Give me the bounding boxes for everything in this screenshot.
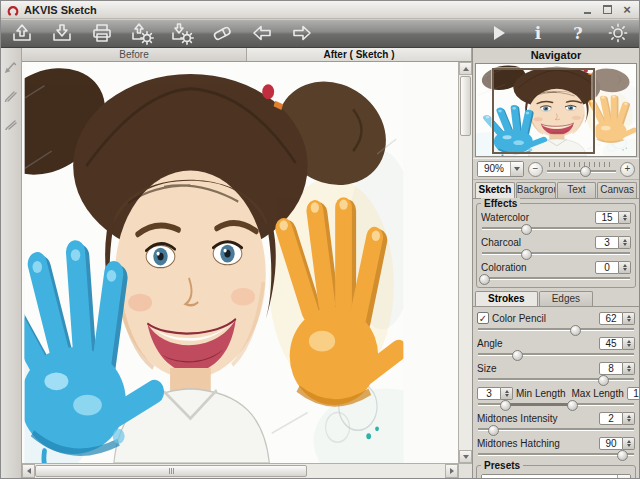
angle-spin-buttons[interactable] — [623, 337, 635, 350]
redo-icon[interactable] — [289, 21, 315, 45]
zoom-out-button[interactable]: − — [528, 162, 543, 177]
watercolor-slider[interactable] — [481, 224, 631, 233]
coloration-slider-thumb[interactable] — [479, 274, 490, 285]
angle-slider-thumb[interactable] — [512, 350, 523, 361]
zoom-in-button[interactable]: + — [620, 162, 635, 177]
vertical-scroll-thumb[interactable] — [460, 76, 471, 136]
min-length-value[interactable]: 3 — [477, 387, 501, 400]
open-image-icon[interactable] — [9, 21, 35, 45]
stroke-length-control: 3 Min Length Max Length 12 — [477, 386, 635, 409]
horizontal-scrollbar[interactable] — [22, 464, 458, 478]
tab-canvas[interactable]: Canvas — [597, 182, 637, 198]
scroll-left-button[interactable] — [22, 464, 35, 478]
size-slider-thumb[interactable] — [598, 375, 609, 386]
scroll-down-button[interactable] — [459, 450, 472, 463]
charcoal-spinner[interactable]: 3 — [595, 236, 631, 249]
tab-strokes[interactable]: Strokes — [475, 291, 538, 306]
min-length-slider-thumb[interactable] — [500, 400, 511, 411]
info-icon[interactable]: i — [525, 21, 551, 45]
tab-after[interactable]: After ( Sketch ) — [247, 48, 472, 61]
horizontal-scroll-thumb[interactable] — [35, 465, 307, 477]
vertical-scrollbar[interactable] — [458, 62, 472, 463]
size-spin-buttons[interactable] — [623, 362, 635, 375]
minimize-button[interactable] — [581, 4, 593, 16]
midtones-hatching-slider[interactable] — [477, 450, 635, 459]
watercolor-value[interactable]: 15 — [595, 211, 619, 224]
charcoal-slider-thumb[interactable] — [521, 249, 532, 260]
close-button[interactable] — [621, 4, 633, 16]
coloration-slider[interactable] — [481, 274, 631, 283]
tab-before[interactable]: Before — [22, 48, 247, 61]
angle-value[interactable]: 45 — [599, 337, 623, 350]
maximize-button[interactable] — [601, 4, 613, 16]
tab-background[interactable]: Background — [516, 182, 556, 198]
angle-spinner[interactable]: 45 — [599, 337, 635, 350]
max-length-spinner[interactable]: 12 — [627, 387, 640, 400]
zoom-dropdown-button[interactable] — [510, 162, 523, 176]
watercolor-spin-buttons[interactable] — [619, 211, 631, 224]
angle-slider[interactable] — [477, 350, 635, 359]
scroll-right-button[interactable] — [445, 464, 458, 478]
zoom-slider-thumb[interactable] — [580, 166, 591, 177]
max-length-value[interactable]: 12 — [627, 387, 640, 400]
midtones-hatching-spinner[interactable]: 90 — [599, 437, 635, 450]
export-presets-icon[interactable] — [169, 21, 195, 45]
size-spinner[interactable]: 8 — [599, 362, 635, 375]
coloration-spin-buttons[interactable] — [619, 261, 631, 274]
title-bar[interactable]: AKVIS Sketch — [1, 1, 639, 19]
length-range-slider[interactable] — [477, 400, 635, 409]
run-icon[interactable] — [485, 21, 511, 45]
color-pencil-spin-buttons[interactable] — [623, 312, 635, 325]
print-icon[interactable] — [89, 21, 115, 45]
charcoal-slider[interactable] — [481, 249, 631, 258]
color-pencil-slider-thumb[interactable] — [570, 325, 581, 336]
pencil-tool-icon[interactable] — [4, 88, 18, 102]
zoom-value[interactable]: 90% — [478, 162, 510, 176]
watercolor-spinner[interactable]: 15 — [595, 211, 631, 224]
charcoal-value[interactable]: 3 — [595, 236, 619, 249]
eraser-tool-icon[interactable] — [4, 116, 18, 130]
import-presets-icon[interactable] — [129, 21, 155, 45]
stroke-direction-tool-icon[interactable] — [4, 60, 18, 74]
watercolor-slider-thumb[interactable] — [521, 224, 532, 235]
size-slider[interactable] — [477, 375, 635, 384]
charcoal-spin-buttons[interactable] — [619, 236, 631, 249]
help-icon[interactable]: ? — [565, 21, 591, 45]
save-image-icon[interactable] — [49, 21, 75, 45]
midtones-hatching-spin-buttons[interactable] — [623, 437, 635, 450]
presets-combo-value[interactable] — [482, 475, 617, 479]
midtones-intensity-value[interactable]: 2 — [599, 412, 623, 425]
min-length-spin-buttons[interactable] — [501, 387, 513, 400]
preferences-gear-icon[interactable] — [605, 21, 631, 45]
navigator-thumbnail[interactable] — [475, 63, 637, 157]
undo-icon[interactable] — [249, 21, 275, 45]
midtones-hatching-slider-thumb[interactable] — [617, 450, 628, 461]
tab-sketch[interactable]: Sketch — [475, 182, 515, 198]
midtones-intensity-spin-buttons[interactable] — [623, 412, 635, 425]
eraser-icon[interactable] — [209, 21, 235, 45]
coloration-value[interactable]: 0 — [595, 261, 619, 274]
presets-combo[interactable] — [481, 474, 631, 479]
horizontal-scroll-track[interactable] — [307, 464, 445, 478]
zoom-slider[interactable] — [547, 161, 616, 177]
color-pencil-checkbox[interactable] — [477, 312, 489, 324]
size-value[interactable]: 8 — [599, 362, 623, 375]
tab-edges[interactable]: Edges — [539, 291, 593, 306]
presets-dropdown-button[interactable] — [617, 475, 630, 479]
color-pencil-value[interactable]: 62 — [599, 312, 623, 325]
midtones-intensity-slider-thumb[interactable] — [488, 425, 499, 436]
coloration-spinner[interactable]: 0 — [595, 261, 631, 274]
midtones-intensity-slider[interactable] — [477, 425, 635, 434]
color-pencil-slider[interactable] — [477, 325, 635, 334]
midtones-intensity-spinner[interactable]: 2 — [599, 412, 635, 425]
midtones-hatching-value[interactable]: 90 — [599, 437, 623, 450]
min-length-spinner[interactable]: 3 — [477, 387, 513, 400]
navigator-view-frame[interactable] — [492, 68, 595, 155]
tab-text[interactable]: Text — [557, 182, 597, 198]
max-length-slider-thumb[interactable] — [567, 400, 578, 411]
zoom-combo[interactable]: 90% — [477, 161, 524, 177]
color-pencil-spinner[interactable]: 62 — [599, 312, 635, 325]
vertical-scroll-track[interactable] — [459, 137, 472, 450]
scroll-up-button[interactable] — [459, 62, 472, 75]
after-image-canvas[interactable] — [22, 62, 458, 463]
